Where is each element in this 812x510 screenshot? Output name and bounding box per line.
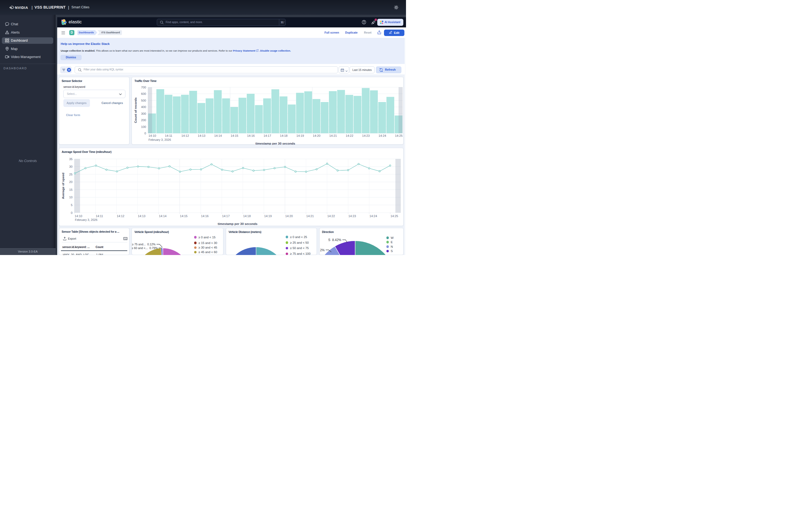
svg-text:February 3, 2026: February 3, 2026 (149, 138, 171, 141)
svg-text:14:13: 14:13 (198, 134, 205, 137)
svg-text:14:23: 14:23 (349, 214, 356, 217)
svg-text:14:25: 14:25 (390, 214, 398, 217)
svg-text:timestamp per 30 seconds: timestamp per 30 seconds (218, 222, 258, 225)
svg-text:30: 30 (69, 165, 72, 168)
svg-text:500: 500 (141, 98, 146, 102)
svg-text:20: 20 (69, 180, 72, 183)
svg-text:14:11: 14:11 (96, 214, 103, 217)
svg-text:≥ 60 and <... 0.79%: ≥ 60 and <... 0.79% (132, 247, 158, 250)
svg-text:14:14: 14:14 (214, 134, 222, 137)
svg-text:14:12: 14:12 (117, 214, 124, 217)
svg-text:15: 15 (69, 188, 72, 191)
svg-text:February 3, 2026: February 3, 2026 (75, 218, 97, 221)
svg-text:14:14: 14:14 (159, 214, 167, 217)
svg-text:600: 600 (141, 92, 146, 95)
svg-text:14:19: 14:19 (296, 134, 304, 137)
svg-text:14:17: 14:17 (222, 214, 230, 217)
svg-text:14:15: 14:15 (180, 214, 187, 217)
svg-text:Count of records: Count of records (134, 97, 138, 123)
svg-text:14:10: 14:10 (149, 134, 156, 137)
svg-text:14:22: 14:22 (345, 134, 353, 137)
svg-text:14:12: 14:12 (181, 134, 189, 137)
svg-text:400: 400 (141, 105, 146, 109)
svg-text:35: 35 (69, 157, 72, 161)
svg-text:700: 700 (141, 85, 146, 89)
svg-text:10: 10 (69, 196, 72, 199)
svg-text:2%: 2% (320, 248, 325, 252)
svg-text:14:20: 14:20 (285, 214, 293, 217)
svg-text:14:13: 14:13 (138, 214, 145, 217)
svg-text:14:23: 14:23 (362, 134, 370, 137)
svg-text:14:19: 14:19 (264, 214, 272, 217)
svg-text:14:11: 14:11 (165, 134, 172, 137)
svg-text:14:21: 14:21 (329, 134, 337, 137)
svg-text:S 8.42%: S 8.42% (328, 238, 341, 242)
svg-text:0: 0 (145, 132, 146, 135)
svg-text:14:17: 14:17 (263, 134, 271, 137)
svg-text:5: 5 (71, 203, 72, 206)
svg-text:14:25: 14:25 (395, 134, 402, 137)
svg-text:14:16: 14:16 (247, 134, 254, 137)
svg-text:14:15: 14:15 (231, 134, 238, 137)
svg-text:14:22: 14:22 (327, 214, 335, 217)
svg-text:14:20: 14:20 (313, 134, 320, 137)
svg-text:25: 25 (69, 172, 72, 176)
svg-text:100: 100 (141, 125, 146, 128)
svg-text:200: 200 (141, 118, 146, 122)
svg-text:14:10: 14:10 (74, 214, 82, 217)
svg-text:14:18: 14:18 (243, 214, 250, 217)
svg-text:14:18: 14:18 (280, 134, 288, 137)
svg-text:14:16: 14:16 (201, 214, 209, 217)
svg-text:300: 300 (141, 112, 146, 115)
svg-text:≥ 75 and... 0.12%: ≥ 75 and... 0.12% (132, 243, 155, 246)
svg-text:14:21: 14:21 (306, 214, 314, 217)
svg-text:0: 0 (71, 211, 72, 214)
svg-text:Average of speed: Average of speed (61, 172, 65, 199)
svg-text:14:24: 14:24 (379, 134, 386, 137)
svg-text:14:24: 14:24 (369, 214, 377, 217)
svg-text:timestamp per 30 seconds: timestamp per 30 seconds (255, 142, 295, 145)
